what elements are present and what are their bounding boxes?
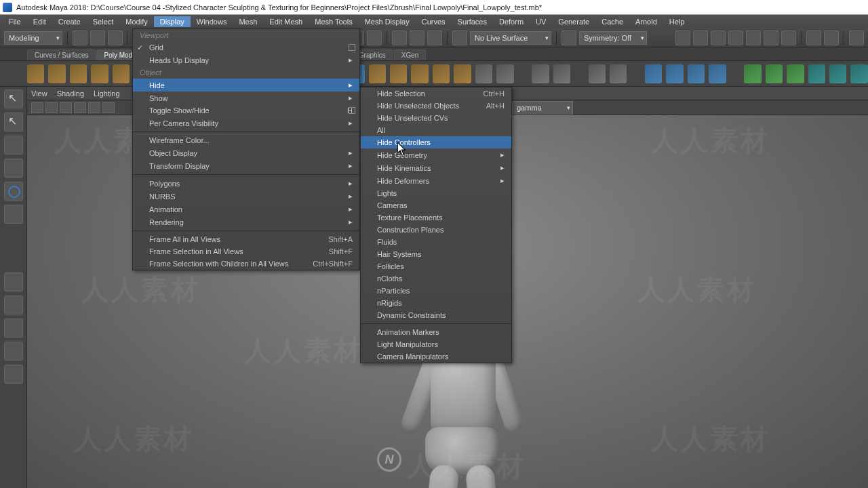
menu-item-wireframe-color-[interactable]: Wireframe Color... [133, 134, 359, 146]
menu-item-hide-unselected-objects[interactable]: Hide Unselected ObjectsAlt+H [361, 100, 511, 112]
pause-icon[interactable] [824, 30, 839, 45]
menu-item-camera-manipulators[interactable]: Camera Manipulators [361, 350, 511, 363]
select-tool-icon[interactable] [4, 89, 23, 108]
menu-item-construction-planes[interactable]: Construction Planes [361, 224, 511, 236]
shelf-icon-22[interactable] [850, 64, 867, 83]
menu-item-animation[interactable]: Animation▸ [133, 203, 359, 216]
poly-torus-icon[interactable] [113, 64, 130, 83]
poly-sphere-icon[interactable] [27, 64, 44, 83]
panel-d-icon[interactable] [728, 30, 743, 45]
shelf-icon-21[interactable] [829, 64, 846, 83]
menu-item-show[interactable]: Show▸ [133, 92, 359, 104]
shelf-icon-12[interactable] [610, 64, 627, 83]
layout-outliner-icon[interactable] [4, 342, 23, 361]
vp-icon[interactable] [31, 102, 43, 113]
shelf-icon-10[interactable] [553, 64, 570, 83]
vp-icon[interactable] [74, 102, 86, 113]
menu-item-hide-deformers[interactable]: Hide Deformers▸ [361, 174, 511, 187]
shelf-tab-xgen[interactable]: XGen [394, 49, 427, 60]
menu-item-polygons[interactable]: Polygons▸ [133, 177, 359, 190]
menu-uv[interactable]: UV [530, 16, 552, 27]
menu-item-hair-systems[interactable]: Hair Systems [361, 248, 511, 260]
shelf-icon-14[interactable] [666, 64, 683, 83]
menu-item-per-camera-visibility[interactable]: Per Camera Visibility▸ [133, 117, 359, 129]
save-scene-icon[interactable] [108, 30, 123, 45]
menu-item-hide-unselected-cvs[interactable]: Hide Unselected CVs [361, 112, 511, 124]
shelf-icon-17[interactable] [744, 64, 761, 83]
panel-e-icon[interactable] [746, 30, 761, 45]
menu-item-all[interactable]: All [361, 124, 511, 136]
vp-icon[interactable] [102, 102, 115, 113]
layout-four-icon[interactable] [4, 296, 23, 314]
shelf-icon-13[interactable] [645, 64, 662, 83]
tool-b-icon[interactable] [367, 30, 382, 45]
panel-a-icon[interactable] [675, 30, 690, 45]
menu-display[interactable]: Display [154, 16, 191, 27]
menu-item-hide-controllers[interactable]: Hide Controllers [361, 136, 511, 148]
vp-icon[interactable] [60, 102, 72, 113]
layout-graph-icon[interactable] [4, 365, 23, 384]
lasso-tool-icon[interactable] [4, 113, 23, 131]
live-surface-combo[interactable]: No Live Surface [470, 31, 551, 45]
menu-item-transform-display[interactable]: Transform Display▸ [133, 159, 359, 172]
render-icon[interactable] [392, 30, 407, 45]
poly-cone-icon[interactable] [91, 64, 108, 83]
symmetry-combo[interactable]: Symmetry: Off [579, 31, 647, 45]
menu-item-follicles[interactable]: Follicles [361, 260, 511, 272]
menu-item-hide-kinematics[interactable]: Hide Kinematics▸ [361, 161, 511, 174]
shelf-icon-2[interactable] [369, 64, 386, 83]
menu-select[interactable]: Select [87, 16, 120, 27]
menu-item-nparticles[interactable]: nParticles [361, 285, 511, 297]
menu-item-hide[interactable]: Hide▸ [133, 79, 359, 92]
layout-two-icon[interactable] [4, 319, 23, 338]
menu-item-toggle-show-hide[interactable]: Toggle Show/HideH [133, 104, 359, 117]
scale-tool-icon[interactable] [4, 182, 23, 201]
poly-cylinder-icon[interactable] [70, 64, 87, 83]
menu-edit[interactable]: Edit [27, 16, 52, 27]
menu-item-light-manipulators[interactable]: Light Manipulators [361, 338, 511, 350]
shelf-icon-11[interactable] [589, 64, 606, 83]
menu-edit-mesh[interactable]: Edit Mesh [263, 16, 309, 27]
workspace-combo[interactable]: Modeling [4, 31, 62, 45]
menu-deform[interactable]: Deform [493, 16, 530, 27]
menu-item-nrigids[interactable]: nRigids [361, 297, 511, 309]
ipr-icon[interactable] [410, 30, 425, 45]
render-settings-icon[interactable] [427, 30, 442, 45]
layout-single-icon[interactable] [4, 272, 23, 291]
shelf-icon-7[interactable] [475, 64, 492, 83]
menu-item-grid[interactable]: ✓Grid [133, 41, 359, 54]
display-menu[interactable]: Viewport✓GridHeads Up Display▸ObjectHide… [132, 28, 360, 270]
shelf-icon-16[interactable] [709, 64, 726, 83]
shelf-icon-15[interactable] [688, 64, 705, 83]
rotate-tool-icon[interactable] [4, 159, 23, 178]
viewport-menu-view[interactable]: View [31, 89, 47, 98]
viewport-menu-shading[interactable]: Shading [57, 89, 84, 98]
menu-item-heads-up-display[interactable]: Heads Up Display▸ [133, 54, 359, 66]
viewport-menu-lighting[interactable]: Lighting [94, 89, 120, 98]
open-scene-icon[interactable] [90, 30, 105, 45]
move-tool-icon[interactable] [4, 136, 23, 155]
menu-create[interactable]: Create [52, 16, 87, 27]
menu-file[interactable]: File [3, 16, 27, 27]
menu-item-nurbs[interactable]: NURBS▸ [133, 190, 359, 203]
menu-item-dynamic-constraints[interactable]: Dynamic Constraints [361, 309, 511, 321]
menu-surfaces[interactable]: Surfaces [452, 16, 493, 27]
menu-curves[interactable]: Curves [416, 16, 452, 27]
menu-cache[interactable]: Cache [595, 16, 629, 27]
menu-mesh-tools[interactable]: Mesh Tools [309, 16, 358, 27]
shelf-icon-8[interactable] [496, 64, 513, 83]
menu-item-frame-selection-with-children-in-all-views[interactable]: Frame Selection with Children in All Vie… [133, 258, 359, 270]
menu-modify[interactable]: Modify [119, 16, 153, 27]
menu-item-frame-all-in-all-views[interactable]: Frame All in All ViewsShift+A [133, 233, 359, 245]
shelf-icon-6[interactable] [454, 64, 471, 83]
play-icon[interactable] [806, 30, 821, 45]
vp-icon[interactable] [45, 102, 58, 113]
menu-arnold[interactable]: Arnold [629, 16, 663, 27]
gamma-combo[interactable]: gamma [512, 101, 573, 115]
menu-windows[interactable]: Windows [191, 16, 233, 27]
menu-item-object-display[interactable]: Object Display▸ [133, 146, 359, 159]
shelf-icon-20[interactable] [808, 64, 825, 83]
new-scene-icon[interactable] [73, 30, 87, 45]
shelf-icon-4[interactable] [411, 64, 428, 83]
hide-submenu[interactable]: Hide SelectionCtrl+HHide Unselected Obje… [360, 87, 512, 363]
